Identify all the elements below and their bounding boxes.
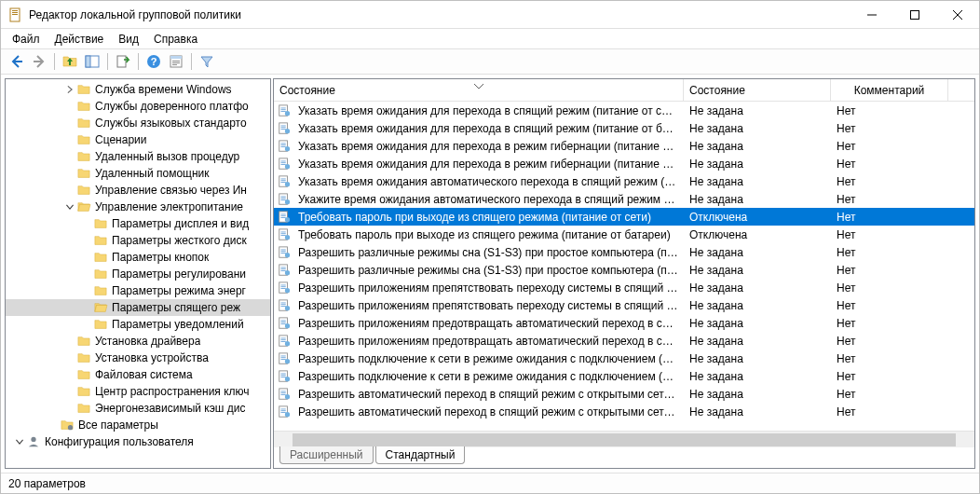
tree-item[interactable]: Все параметры	[6, 417, 270, 433]
tree-panel[interactable]: Служба времени WindowsСлужбы доверенного…	[5, 78, 271, 469]
policy-icon	[278, 121, 293, 136]
policy-icon	[278, 263, 293, 278]
column-header-name[interactable]: Состояние	[274, 79, 684, 101]
tab-standard[interactable]: Стандартный	[375, 446, 466, 464]
scroll-thumb[interactable]	[293, 433, 956, 446]
tree-item[interactable]: Параметры регулировани	[6, 266, 270, 282]
policy-comment-cell: Нет	[831, 140, 948, 153]
help-button[interactable]: ?	[143, 51, 164, 72]
list-scroll[interactable]: Состояние Состояние Комментарий Указать …	[274, 79, 974, 431]
column-header-comment[interactable]: Комментарий	[831, 79, 948, 101]
tree-item[interactable]: Параметры дисплея и вид	[6, 215, 270, 232]
policy-comment-cell: Нет	[831, 104, 948, 117]
tree-toggle-empty	[63, 184, 76, 197]
policy-row[interactable]: Разрешить приложениям предотвращать авто…	[274, 314, 974, 332]
policy-row[interactable]: Разрешить подключение к сети в режиме ож…	[274, 350, 974, 367]
tree-item-label: Конфигурация пользователя	[45, 435, 194, 448]
policy-row[interactable]: Указать время ожидания для перехода в сп…	[274, 119, 974, 137]
collapse-icon[interactable]	[13, 435, 26, 448]
maximize-button[interactable]	[893, 1, 936, 29]
policy-row[interactable]: Разрешить приложениям препятствовать пер…	[274, 279, 974, 296]
tree-item[interactable]: Энергонезависимый кэш дис	[6, 400, 270, 417]
svg-rect-13	[86, 56, 90, 67]
menu-file[interactable]: Файл	[5, 31, 48, 48]
policy-row[interactable]: Указать время ожидания для перехода в сп…	[274, 102, 974, 119]
tree-item-label: Служба времени Windows	[95, 83, 232, 96]
tree-item[interactable]: Удаленный вызов процедур	[6, 148, 270, 165]
tree-item[interactable]: Параметры жесткого диск	[6, 232, 270, 249]
tree-item[interactable]: Служба времени Windows	[6, 81, 270, 98]
tree-item[interactable]: Файловая система	[6, 366, 270, 383]
policy-row[interactable]: Укажите время ожидания автоматического п…	[274, 190, 974, 208]
policy-comment-cell: Нет	[831, 352, 948, 365]
export-button[interactable]	[113, 51, 133, 72]
policy-row[interactable]: Указать время ожидания автоматического п…	[274, 172, 974, 190]
policy-row[interactable]: Разрешить приложениям предотвращать авто…	[274, 332, 974, 350]
menu-view[interactable]: Вид	[111, 31, 146, 48]
tree-item[interactable]: Удаленный помощник	[6, 165, 270, 182]
minimize-button[interactable]	[851, 1, 893, 29]
svg-rect-19	[172, 61, 180, 62]
tree-item-label: Службы доверенного платфо	[95, 100, 249, 113]
tree-item[interactable]: Параметры кнопок	[6, 249, 270, 266]
policy-status-cell: Не задана	[684, 335, 831, 348]
policy-status-cell: Не задана	[684, 104, 831, 117]
policy-row[interactable]: Требовать пароль при выходе из спящего р…	[274, 226, 974, 243]
policy-status-cell: Не задана	[684, 299, 831, 312]
policy-row[interactable]: Разрешить различные режимы сна (S1-S3) п…	[274, 243, 974, 261]
menubar: Файл Действие Вид Справка	[1, 29, 979, 48]
window-title: Редактор локальной групповой политики	[29, 8, 851, 21]
collapse-icon[interactable]	[63, 200, 76, 213]
tree-item[interactable]: Параметры спящего реж	[6, 299, 270, 316]
policy-row[interactable]: Указать время ожидания для перехода в ре…	[274, 137, 974, 155]
menu-action[interactable]: Действие	[48, 31, 112, 48]
policy-row[interactable]: Разрешить автоматический переход в спящи…	[274, 385, 974, 403]
column-header-status[interactable]: Состояние	[684, 79, 831, 101]
policy-row[interactable]: Указать время ожидания для перехода в ре…	[274, 155, 974, 172]
svg-rect-10	[12, 14, 18, 15]
tree-item[interactable]: Конфигурация пользователя	[6, 433, 270, 450]
policy-icon	[278, 210, 293, 225]
policy-icon	[278, 245, 293, 260]
policy-name-cell: Разрешить различные режимы сна (S1-S3) п…	[293, 264, 684, 277]
tree-item[interactable]: Установка драйвера	[6, 333, 270, 350]
tree-item-label: Параметры спящего реж	[112, 301, 240, 314]
tree-item[interactable]: Управление связью через Ин	[6, 182, 270, 199]
nav-back-button[interactable]	[7, 51, 27, 72]
menu-help[interactable]: Справка	[146, 31, 205, 48]
tree-item[interactable]: Управление электропитание	[6, 199, 270, 215]
policy-status-cell: Не задана	[684, 158, 831, 171]
tree-item-label: Центр распространения ключ	[95, 385, 250, 398]
up-folder-button[interactable]	[60, 51, 80, 72]
policy-comment-cell: Нет	[831, 388, 948, 401]
policy-row[interactable]: Разрешить подключение к сети в режиме ож…	[274, 367, 974, 385]
toolbar-separator	[107, 53, 108, 70]
tree-item-label: Файловая система	[95, 368, 193, 381]
policy-row[interactable]: Разрешить автоматический переход в спящи…	[274, 403, 974, 420]
tree-item[interactable]: Установка устройства	[6, 350, 270, 366]
policy-comment-cell: Нет	[831, 193, 948, 206]
tree-item[interactable]: Параметры режима энерг	[6, 282, 270, 299]
nav-forward-button[interactable]	[29, 51, 49, 72]
close-button[interactable]	[936, 1, 979, 29]
filter-button[interactable]	[197, 51, 217, 72]
properties-button[interactable]	[166, 51, 186, 72]
tree-item-label: Все параметры	[78, 419, 158, 432]
policy-name-cell: Разрешить приложениям препятствовать пер…	[293, 281, 684, 295]
show-hide-tree-button[interactable]	[82, 51, 102, 72]
tree-item[interactable]: Службы языковых стандарто	[6, 115, 270, 131]
policy-row[interactable]: Требовать пароль при выходе из спящего р…	[274, 208, 974, 226]
tree-item-label: Параметры регулировани	[112, 268, 246, 281]
tab-extended[interactable]: Расширенный	[279, 446, 374, 464]
policy-row[interactable]: Разрешить приложениям препятствовать пер…	[274, 296, 974, 314]
titlebar[interactable]: Редактор локальной групповой политики	[1, 1, 979, 29]
tree-item[interactable]: Параметры уведомлений	[6, 316, 270, 333]
tree-item[interactable]: Службы доверенного платфо	[6, 98, 270, 115]
tree-item[interactable]: Сценарии	[6, 131, 270, 148]
horizontal-scrollbar[interactable]	[274, 431, 974, 447]
tree-item[interactable]: Центр распространения ключ	[6, 383, 270, 400]
expand-icon[interactable]	[63, 83, 76, 96]
tree-item-label: Управление электропитание	[95, 200, 243, 213]
tree-toggle-empty	[80, 318, 93, 331]
policy-row[interactable]: Разрешить различные режимы сна (S1-S3) п…	[274, 261, 974, 279]
